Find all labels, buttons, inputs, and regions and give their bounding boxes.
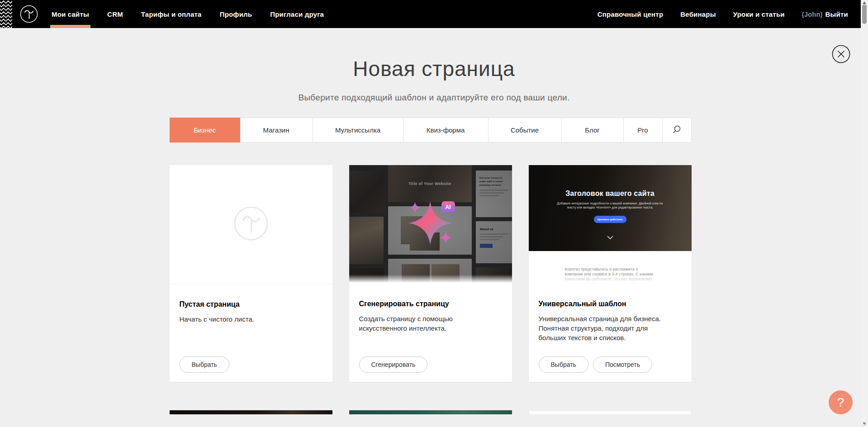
- template-card-partial[interactable]: [170, 410, 332, 414]
- template-hero-title: Заголовок вашего сайта: [529, 190, 692, 198]
- template-card-partial[interactable]: [529, 410, 692, 414]
- scrollbar-thumb[interactable]: [862, 5, 867, 24]
- template-card-ai-generate[interactable]: Title of Your Website Get your hou: [349, 165, 512, 382]
- tab-multilink[interactable]: Мультиссылка: [313, 118, 403, 142]
- close-button[interactable]: [832, 45, 850, 63]
- blank-page-preview: [170, 165, 332, 284]
- logout-link[interactable]: Выйти: [825, 0, 848, 28]
- card-description: Начать с чистого листа.: [180, 314, 315, 324]
- card-description: Универсальная страница для бизнеса. Поня…: [539, 314, 674, 342]
- template-card-blank-page[interactable]: Пустая страница Начать с чистого листа. …: [170, 165, 332, 382]
- template-hero: Заголовок вашего сайта Добавьте интересн…: [529, 165, 692, 251]
- page-title: Новая страница: [0, 57, 868, 81]
- universal-template-preview: Заголовок вашего сайта Добавьте интересн…: [529, 165, 692, 284]
- scroll-up-arrow-icon[interactable]: [863, 1, 866, 4]
- template-card-universal[interactable]: Заголовок вашего сайта Добавьте интересн…: [529, 165, 692, 382]
- main-menu: Мои сайты CRM Тарифы и оплата Профиль Пр…: [52, 0, 324, 28]
- search-icon: [672, 125, 681, 135]
- ai-badge: AI: [441, 201, 455, 213]
- preview-fade: [529, 275, 692, 284]
- template-category-tabs: Бизнес Магазин Мультиссылка Квиз-форма С…: [170, 118, 692, 142]
- small-sparkle-icon: [409, 202, 421, 213]
- template-cards-grid: Пустая страница Начать с чистого листа. …: [170, 165, 692, 382]
- tilda-watermark-icon: [233, 206, 269, 243]
- nav-item-help-center[interactable]: Справочный центр: [598, 0, 664, 28]
- tilda-logo-icon[interactable]: [20, 5, 38, 23]
- card-info: Пустая страница Начать с чистого листа. …: [170, 284, 332, 382]
- help-button[interactable]: ?: [829, 390, 853, 414]
- tab-search[interactable]: [663, 118, 692, 142]
- card-description: Создать страницу с помощью искусственног…: [359, 314, 495, 333]
- nav-item-my-sites[interactable]: Мои сайты: [52, 0, 89, 28]
- generate-button[interactable]: Сгенерировать: [359, 356, 428, 373]
- tab-store[interactable]: Магазин: [240, 118, 313, 142]
- tilda-new-page-screen: Мои сайты CRM Тарифы и оплата Профиль Пр…: [0, 0, 868, 427]
- nav-item-profile[interactable]: Профиль: [220, 0, 252, 28]
- nav-item-webinars[interactable]: Вебинары: [680, 0, 716, 28]
- nav-item-crm[interactable]: CRM: [107, 0, 123, 28]
- choose-button[interactable]: Выбрать: [180, 356, 229, 373]
- vertical-scrollbar[interactable]: [861, 0, 868, 427]
- tab-blog[interactable]: Блог: [562, 118, 624, 142]
- tab-business[interactable]: Бизнес: [170, 118, 240, 142]
- template-cta-button: Целевое действие: [594, 216, 626, 223]
- tab-pro[interactable]: Pro: [624, 118, 663, 142]
- preview-fade: [349, 275, 512, 284]
- card-title: Сгенерировать страницу: [359, 300, 502, 308]
- card-info: Сгенерировать страницу Создать страницу …: [349, 284, 512, 382]
- top-navbar: Мои сайты CRM Тарифы и оплата Профиль Пр…: [0, 0, 861, 28]
- nav-item-invite-friend[interactable]: Пригласи друга: [270, 0, 324, 28]
- scroll-down-arrow-icon[interactable]: [863, 422, 866, 425]
- nav-item-tariffs[interactable]: Тарифы и оплата: [141, 0, 202, 28]
- small-sparkle-icon: [440, 232, 452, 244]
- card-title: Пустая страница: [180, 300, 323, 308]
- nav-item-lessons[interactable]: Уроки и статьи: [733, 0, 785, 28]
- user-name-label: (John): [802, 10, 823, 18]
- zigzag-pattern: [0, 0, 12, 28]
- secondary-menu: Справочный центр Вебинары Уроки и статьи…: [598, 0, 861, 28]
- template-hero-text: Добавьте интересные подробности о вашей …: [556, 201, 664, 209]
- next-template-row: [170, 410, 692, 414]
- tab-event[interactable]: Событие: [489, 118, 562, 142]
- template-card-partial[interactable]: [349, 410, 512, 414]
- ai-generate-preview: Title of Your Website Get your hou: [349, 165, 512, 284]
- chevron-down-icon: [607, 233, 613, 237]
- preview-button[interactable]: Посмотреть: [593, 356, 652, 373]
- card-info: Универсальный шаблон Универсальная стран…: [529, 284, 692, 382]
- close-icon: [832, 58, 850, 65]
- card-title: Универсальный шаблон: [539, 300, 682, 308]
- choose-button[interactable]: Выбрать: [539, 356, 588, 373]
- new-page-dialog: Новая страница Выберите подходящий шабло…: [0, 57, 868, 414]
- tab-quiz-form[interactable]: Квиз-форма: [403, 118, 489, 142]
- page-subtitle: Выберите подходящий шаблон и адаптируйте…: [0, 93, 868, 103]
